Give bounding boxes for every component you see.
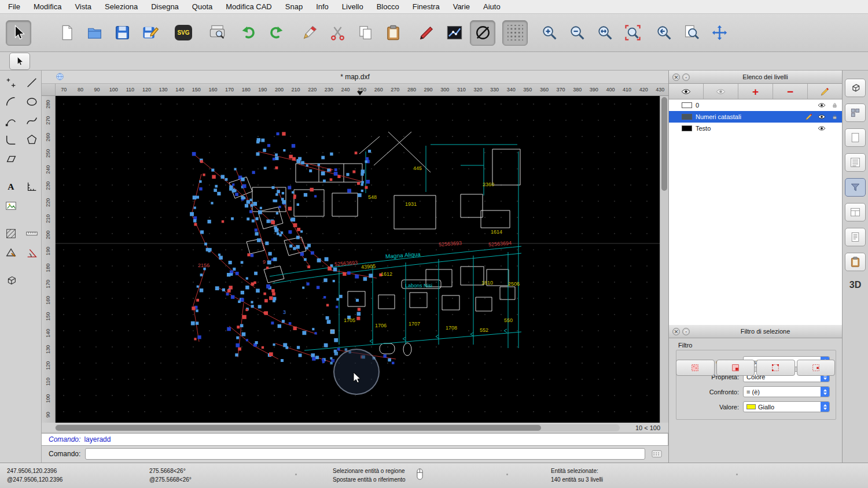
drawing-canvas[interactable]: 4452360548193116145256369352563694525636… <box>56 96 660 423</box>
plot-style-button[interactable] <box>442 21 466 45</box>
horizontal-scrollbar-thumb[interactable] <box>56 425 541 431</box>
layer-row-0[interactable]: 0 <box>669 99 842 111</box>
edit-layer-button[interactable] <box>808 84 842 99</box>
layer-visibility-icon[interactable] <box>817 101 826 109</box>
panel-notes-button[interactable] <box>845 228 866 246</box>
open-file-button[interactable] <box>82 21 106 45</box>
select-tool-button[interactable] <box>6 20 31 46</box>
corner-dim-tool-button[interactable] <box>23 178 41 195</box>
filter-select-button[interactable] <box>676 360 715 376</box>
marker-tool-button[interactable] <box>414 21 439 45</box>
menu-item-varie[interactable]: Varie <box>453 2 470 11</box>
redo-button[interactable] <box>264 21 288 45</box>
filter-subtract-selection-button[interactable] <box>756 360 795 376</box>
layer-visibility-icon[interactable] <box>817 113 826 121</box>
menu-item-seleziona[interactable]: Seleziona <box>105 2 138 11</box>
line-tool-button[interactable] <box>23 74 41 91</box>
close-panel-icon[interactable]: ✕ <box>672 328 680 335</box>
null-selection-button[interactable] <box>470 20 495 46</box>
menu-item-aiuto[interactable]: Aiuto <box>483 2 501 11</box>
show-all-layers-button[interactable] <box>669 84 704 99</box>
vertical-scrollbar[interactable] <box>660 96 668 423</box>
filter-clear-selection-button[interactable] <box>797 360 836 376</box>
panel-3d-views-button[interactable] <box>845 79 866 97</box>
collapse-panel-icon[interactable]: ▫ <box>682 73 690 81</box>
menu-item-quota[interactable]: Quota <box>192 2 212 11</box>
layer-lock-icon[interactable] <box>830 113 839 121</box>
zoom-fit-button[interactable] <box>593 21 617 45</box>
hide-all-layers-button[interactable] <box>704 84 738 99</box>
menu-item-vista[interactable]: Vista <box>75 2 91 11</box>
menu-item-info[interactable]: Info <box>316 2 329 11</box>
erase-button[interactable] <box>297 21 322 45</box>
keypad-button[interactable] <box>650 448 664 460</box>
layer-row-testo[interactable]: Testo <box>669 123 842 134</box>
close-panel-icon[interactable]: ✕ <box>672 73 680 81</box>
pointer-mode-button[interactable] <box>9 53 30 70</box>
parallelogram-tool-button[interactable] <box>2 150 20 168</box>
pan-button[interactable] <box>707 21 731 45</box>
menu-item-modifica[interactable]: Modifica <box>34 2 61 11</box>
menu-item-livello[interactable]: Livello <box>342 2 363 11</box>
pen-tool-button[interactable] <box>2 112 20 130</box>
image-tool-button[interactable] <box>2 197 20 215</box>
menu-item-finestra[interactable]: Finestra <box>413 2 440 11</box>
paste-button[interactable] <box>381 21 405 45</box>
shape-tool-button[interactable] <box>2 244 20 261</box>
panel-views-button[interactable] <box>845 203 866 221</box>
save-button[interactable] <box>110 21 134 45</box>
combo-stepper-icon[interactable] <box>821 402 829 412</box>
arc-tool-button[interactable] <box>2 93 20 110</box>
cube-3d-tool-button[interactable] <box>2 272 20 289</box>
collapse-panel-icon[interactable]: ▫ <box>682 328 690 335</box>
zoom-previous-button[interactable] <box>652 21 676 45</box>
spline-tool-button[interactable] <box>23 112 41 130</box>
panel-clipboard-button[interactable] <box>845 253 866 271</box>
menu-item-snap[interactable]: Snap <box>285 2 303 11</box>
add-layer-button[interactable]: + <box>738 84 773 99</box>
filter-combo-valore[interactable]: Giallo <box>743 401 830 412</box>
map-text-label: 1706 <box>375 323 387 328</box>
hruler-tick-label: 410 <box>619 84 635 95</box>
hruler-tick-label: 200 <box>271 84 288 95</box>
export-svg-button[interactable]: SVG <box>171 21 196 45</box>
hatch-tool-button[interactable] <box>2 225 20 242</box>
menu-item-file[interactable]: File <box>8 2 20 11</box>
zoom-in-button[interactable] <box>537 21 561 45</box>
copy-button[interactable] <box>353 21 377 45</box>
layer-row-numeri-catastali[interactable]: Numeri catastali <box>669 111 842 123</box>
polygon-tool-button[interactable] <box>23 131 41 149</box>
text-tool-button[interactable]: A <box>2 178 20 195</box>
filter-add-selection-button[interactable] <box>716 360 755 376</box>
panel-filter-button[interactable] <box>845 178 866 197</box>
vertical-scrollbar-thumb[interactable] <box>661 97 667 191</box>
print-preview-button[interactable] <box>205 21 229 45</box>
menu-item-blocco[interactable]: Blocco <box>377 2 399 11</box>
point-tool-button[interactable] <box>2 74 20 91</box>
zoom-find-button[interactable] <box>679 21 704 45</box>
panel-layers-button[interactable] <box>845 153 866 172</box>
panel-sheet-button[interactable] <box>845 128 866 147</box>
panel-blocks-button[interactable] <box>845 103 866 122</box>
filter-combo-confronto[interactable]: = (è) <box>743 386 830 397</box>
remove-layer-button[interactable]: − <box>773 84 808 99</box>
ruler-tool-button[interactable] <box>23 225 41 242</box>
layer-lock-icon[interactable] <box>830 101 839 109</box>
menu-item-disegna[interactable]: Disegna <box>151 2 179 11</box>
combo-stepper-icon[interactable] <box>821 387 829 397</box>
ellipse-tool-button[interactable] <box>23 93 41 110</box>
layer-visibility-icon[interactable] <box>817 124 826 132</box>
zoom-out-button[interactable] <box>565 21 589 45</box>
new-file-button[interactable] <box>54 21 79 45</box>
angle-dim-tool-button[interactable] <box>23 244 41 261</box>
horizontal-scrollbar-track[interactable] <box>55 424 620 431</box>
command-input[interactable] <box>85 448 645 460</box>
zoom-region-button[interactable] <box>620 21 645 45</box>
layer-edit-icon[interactable] <box>804 113 814 121</box>
menu-item-modifica-cad[interactable]: Modifica CAD <box>226 2 271 11</box>
save-as-button[interactable] <box>138 21 162 45</box>
cut-button[interactable] <box>325 21 350 45</box>
fillet-tool-button[interactable] <box>2 131 20 149</box>
undo-button[interactable] <box>236 21 260 45</box>
grid-toggle-button[interactable] <box>502 20 528 46</box>
